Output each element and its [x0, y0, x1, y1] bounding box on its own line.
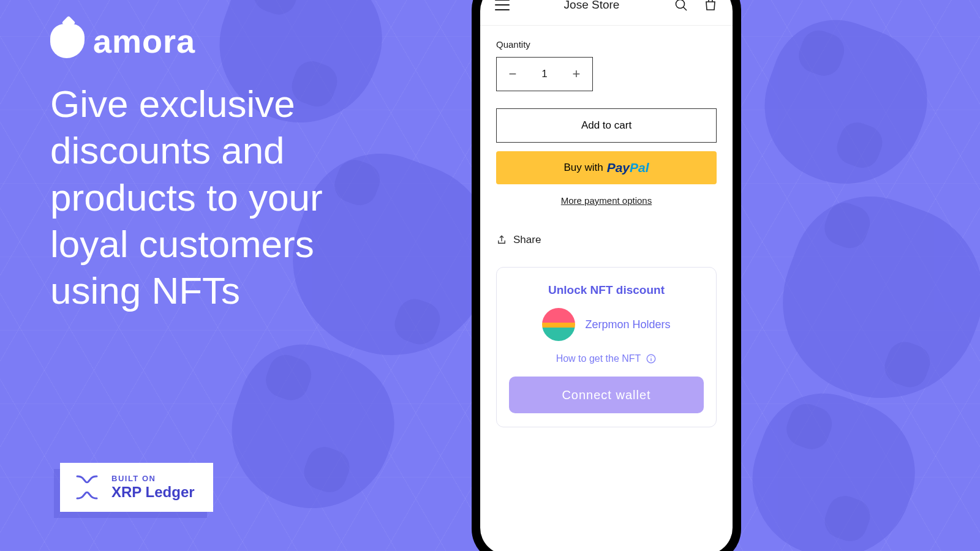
- phone-frame: Jose Store Quantity − 1 + Add to cart Bu…: [472, 0, 741, 551]
- how-to-get-nft-link[interactable]: How to get the NFT: [556, 353, 657, 364]
- nft-collection-name: Zerpmon Holders: [585, 318, 670, 331]
- product-content: Quantity − 1 + Add to cart Buy with PayP…: [480, 26, 733, 446]
- svg-point-0: [676, 0, 684, 8]
- share-icon: [496, 234, 507, 246]
- buy-with-label: Buy with: [564, 162, 603, 174]
- nft-collection-row: Zerpmon Holders: [509, 308, 704, 341]
- hero-headline: Give exclusive discounts and products to…: [50, 81, 393, 314]
- paypal-word-2: Pal: [630, 160, 649, 174]
- quantity-value: 1: [529, 68, 560, 80]
- quantity-decrease-button[interactable]: −: [497, 58, 529, 91]
- nft-box-title: Unlock NFT discount: [509, 283, 704, 297]
- menu-icon[interactable]: [495, 0, 510, 10]
- svg-point-4: [651, 356, 652, 358]
- xrp-ledger-badge: BUILT ON XRP Ledger: [60, 463, 213, 512]
- svg-line-1: [683, 7, 687, 10]
- share-row[interactable]: Share: [496, 234, 717, 246]
- brand-name: amora: [93, 22, 195, 60]
- store-name: Jose Store: [564, 0, 620, 12]
- more-payment-options-link[interactable]: More payment options: [496, 195, 717, 206]
- add-to-cart-button[interactable]: Add to cart: [496, 108, 717, 143]
- share-label: Share: [513, 234, 541, 246]
- badge-text: BUILT ON XRP Ledger: [111, 474, 195, 501]
- store-topbar: Jose Store: [480, 0, 733, 26]
- phone-screen: Jose Store Quantity − 1 + Add to cart Bu…: [480, 0, 733, 551]
- bag-icon[interactable]: [703, 0, 718, 12]
- connect-wallet-button[interactable]: Connect wallet: [509, 377, 704, 413]
- quantity-stepper: − 1 +: [496, 57, 593, 91]
- badge-title: XRP Ledger: [111, 484, 195, 501]
- hero-left: amora Give exclusive discounts and produ…: [50, 22, 393, 314]
- nft-collection-avatar: [542, 308, 575, 341]
- paypal-button[interactable]: Buy with PayPal: [496, 151, 717, 184]
- paypal-word-1: Pay: [607, 160, 630, 174]
- badge-overline: BUILT ON: [111, 474, 195, 484]
- how-to-get-nft-label: How to get the NFT: [556, 353, 641, 364]
- info-icon: [646, 353, 657, 364]
- brand: amora: [50, 22, 393, 60]
- xrp-icon: [74, 474, 100, 501]
- quantity-increase-button[interactable]: +: [560, 58, 592, 91]
- search-icon[interactable]: [674, 0, 688, 12]
- amora-logo-icon: [50, 24, 85, 58]
- nft-discount-box: Unlock NFT discount Zerpmon Holders How …: [496, 267, 717, 427]
- quantity-label: Quantity: [496, 39, 717, 50]
